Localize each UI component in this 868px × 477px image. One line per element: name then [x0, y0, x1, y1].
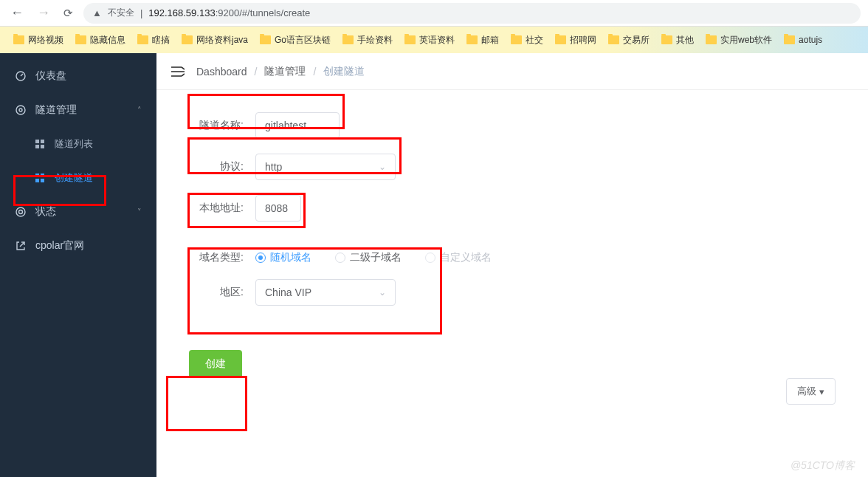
folder-icon	[706, 35, 717, 44]
svg-rect-3	[35, 140, 39, 143]
folder-icon	[260, 35, 271, 44]
folder-icon	[555, 35, 566, 44]
svg-rect-4	[41, 140, 44, 143]
sidebar-item-cpolar-site[interactable]: cpolar官网	[0, 229, 156, 263]
url-port: :9200	[216, 7, 240, 18]
sidebar-item-tunnel-list[interactable]: 隧道列表	[0, 127, 156, 161]
region-label: 地区:	[189, 286, 255, 299]
local-addr-label: 本地地址:	[189, 202, 255, 215]
bookmarks-bar: 网络视频 隐藏信息 瞎搞 网络资料java Go语言区块链 手绘资料 英语资料 …	[0, 27, 868, 53]
local-addr-input[interactable]	[255, 195, 301, 222]
svg-rect-10	[41, 179, 44, 182]
sidebar-label: 隧道管理	[35, 103, 77, 117]
sidebar-label: 仪表盘	[35, 69, 66, 83]
url-host: 192.168.59.133	[148, 7, 215, 18]
sidebar-item-dashboard[interactable]: 仪表盘	[0, 59, 156, 93]
dashboard-icon	[15, 70, 27, 82]
bookmark-item[interactable]: 招聘网	[551, 32, 601, 49]
sidebar-item-status[interactable]: 状态 ˅	[0, 195, 156, 229]
advanced-label: 高级	[797, 385, 816, 398]
breadcrumb-sep: /	[313, 66, 316, 78]
bookmark-item[interactable]: 交易所	[604, 32, 654, 49]
folder-icon	[661, 35, 672, 44]
chevron-down-icon: ⌄	[379, 287, 386, 298]
breadcrumb: Dashboard / 隧道管理 / 创建隧道	[196, 65, 365, 78]
breadcrumb-tunnel-mgmt[interactable]: 隧道管理	[264, 65, 306, 78]
breadcrumb-dashboard[interactable]: Dashboard	[196, 66, 247, 78]
protocol-value: http	[265, 161, 282, 173]
protocol-label: 协议:	[189, 160, 255, 174]
domain-type-label: 域名类型:	[189, 251, 255, 264]
tunnel-name-input[interactable]	[255, 112, 340, 139]
sidebar-label: cpolar官网	[35, 239, 84, 253]
svg-rect-9	[35, 179, 39, 182]
radio-label: 自定义域名	[440, 251, 492, 264]
caret-down-icon: ▾	[819, 386, 824, 397]
insecure-label: 不安全	[108, 7, 134, 19]
chevron-down-icon: ˅	[137, 207, 142, 217]
sidebar-label: 创建隧道	[55, 171, 93, 185]
domain-custom-radio[interactable]: 自定义域名	[425, 251, 492, 264]
svg-point-11	[16, 207, 25, 216]
svg-rect-5	[35, 145, 39, 148]
bookmark-item[interactable]: 英语资料	[400, 32, 459, 49]
folder-icon	[608, 35, 619, 44]
tunnel-name-label: 隧道名称:	[189, 119, 255, 132]
back-icon[interactable]: ←	[7, 5, 27, 21]
radio-label: 随机域名	[270, 251, 311, 264]
bookmark-item[interactable]: 网络视频	[9, 32, 68, 49]
bookmark-item[interactable]: 实用web软件	[701, 32, 776, 49]
form-content: 隧道名称: 协议: http ⌄ 本地地址: 域名类型:	[156, 90, 868, 477]
sidebar: 仪表盘 隧道管理 ˄ 隧道列表 创建隧道 状态 ˅ cpolar官网	[0, 53, 156, 477]
svg-rect-7	[35, 174, 39, 177]
region-select[interactable]: China VIP ⌄	[255, 279, 396, 306]
bookmark-item[interactable]: aotujs	[779, 32, 827, 47]
domain-sub-radio[interactable]: 二级子域名	[335, 251, 402, 264]
folder-icon	[75, 35, 86, 44]
bookmark-item[interactable]: 邮箱	[462, 32, 503, 49]
menu-toggle-icon[interactable]	[171, 66, 185, 77]
protocol-select[interactable]: http ⌄	[255, 154, 396, 180]
sidebar-item-create-tunnel[interactable]: 创建隧道	[0, 161, 156, 195]
folder-icon	[182, 35, 193, 44]
chevron-down-icon: ⌄	[379, 162, 386, 172]
sidebar-label: 状态	[35, 205, 56, 219]
folder-icon	[784, 35, 795, 44]
status-icon	[15, 206, 27, 218]
folder-icon	[13, 35, 24, 44]
reload-icon[interactable]: ⟳	[61, 7, 76, 20]
radio-icon	[425, 253, 435, 263]
bookmark-item[interactable]: 网络资料java	[177, 32, 252, 49]
external-link-icon	[15, 240, 27, 252]
url-separator: |	[140, 7, 142, 18]
tunnel-icon	[15, 104, 27, 116]
bookmark-item[interactable]: 隐藏信息	[71, 32, 130, 49]
domain-random-radio[interactable]: 随机域名	[255, 251, 311, 264]
folder-icon	[466, 35, 478, 44]
folder-icon	[404, 35, 416, 44]
radio-icon	[335, 253, 345, 263]
radio-label: 二级子域名	[350, 251, 402, 264]
url-bar[interactable]: ▲ 不安全 | 192.168.59.133:9200/#/tunnels/cr…	[83, 3, 861, 24]
advanced-button[interactable]: 高级 ▾	[786, 378, 836, 405]
breadcrumb-current: 创建隧道	[323, 65, 365, 78]
svg-point-1	[16, 106, 25, 114]
radio-icon	[255, 253, 266, 263]
forward-icon: →	[34, 5, 53, 21]
region-value: China VIP	[265, 286, 311, 298]
bookmark-item[interactable]: 其他	[657, 32, 698, 49]
browser-navigation-bar: ← → ⟳ ▲ 不安全 | 192.168.59.133:9200/#/tunn…	[0, 0, 868, 27]
create-button[interactable]: 创建	[189, 350, 242, 378]
bookmark-item[interactable]: Go语言区块链	[255, 32, 335, 49]
sidebar-label: 隧道列表	[55, 137, 93, 151]
grid-icon	[34, 138, 46, 150]
chevron-up-icon: ˄	[137, 106, 142, 115]
folder-icon	[137, 35, 148, 44]
url-path: /#/tunnels/create	[239, 7, 310, 18]
breadcrumb-sep: /	[255, 66, 258, 78]
bookmark-item[interactable]: 手绘资料	[338, 32, 397, 49]
bookmark-item[interactable]: 社交	[506, 32, 548, 49]
folder-icon	[342, 35, 354, 44]
bookmark-item[interactable]: 瞎搞	[133, 32, 174, 49]
sidebar-item-tunnel-mgmt[interactable]: 隧道管理 ˄	[0, 93, 156, 127]
